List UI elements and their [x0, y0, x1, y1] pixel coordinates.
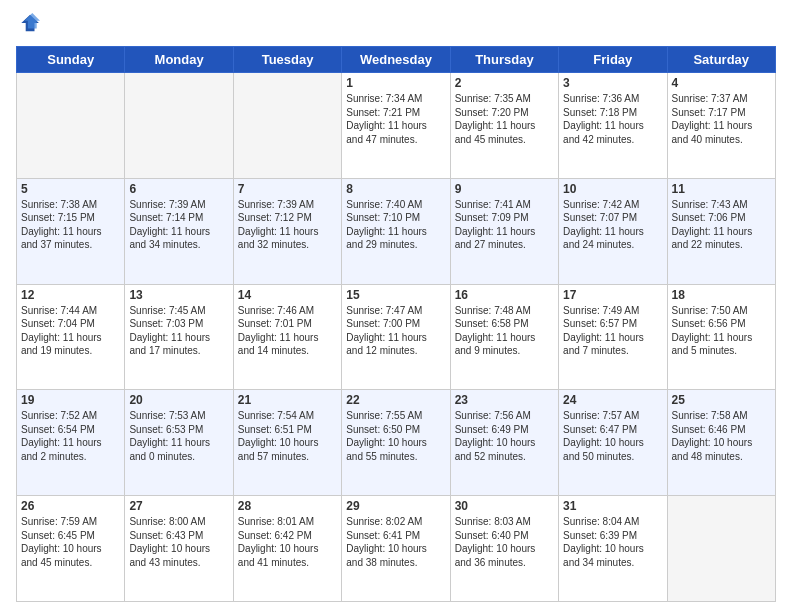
calendar-week-row: 12Sunrise: 7:44 AM Sunset: 7:04 PM Dayli…: [17, 284, 776, 390]
table-row: 1Sunrise: 7:34 AM Sunset: 7:21 PM Daylig…: [342, 73, 450, 179]
day-info: Sunrise: 7:38 AM Sunset: 7:15 PM Dayligh…: [21, 198, 120, 252]
day-number: 30: [455, 499, 554, 513]
day-number: 6: [129, 182, 228, 196]
day-info: Sunrise: 8:03 AM Sunset: 6:40 PM Dayligh…: [455, 515, 554, 569]
day-info: Sunrise: 7:56 AM Sunset: 6:49 PM Dayligh…: [455, 409, 554, 463]
header: [16, 12, 776, 38]
table-row: 20Sunrise: 7:53 AM Sunset: 6:53 PM Dayli…: [125, 390, 233, 496]
day-info: Sunrise: 7:36 AM Sunset: 7:18 PM Dayligh…: [563, 92, 662, 146]
calendar-week-row: 19Sunrise: 7:52 AM Sunset: 6:54 PM Dayli…: [17, 390, 776, 496]
day-info: Sunrise: 7:55 AM Sunset: 6:50 PM Dayligh…: [346, 409, 445, 463]
day-info: Sunrise: 7:43 AM Sunset: 7:06 PM Dayligh…: [672, 198, 771, 252]
day-info: Sunrise: 7:58 AM Sunset: 6:46 PM Dayligh…: [672, 409, 771, 463]
day-number: 25: [672, 393, 771, 407]
day-number: 28: [238, 499, 337, 513]
calendar-header-row: Sunday Monday Tuesday Wednesday Thursday…: [17, 47, 776, 73]
day-number: 12: [21, 288, 120, 302]
table-row: 31Sunrise: 8:04 AM Sunset: 6:39 PM Dayli…: [559, 496, 667, 602]
col-wednesday: Wednesday: [342, 47, 450, 73]
day-number: 18: [672, 288, 771, 302]
table-row: 3Sunrise: 7:36 AM Sunset: 7:18 PM Daylig…: [559, 73, 667, 179]
table-row: [233, 73, 341, 179]
col-monday: Monday: [125, 47, 233, 73]
day-number: 16: [455, 288, 554, 302]
day-info: Sunrise: 7:50 AM Sunset: 6:56 PM Dayligh…: [672, 304, 771, 358]
table-row: 11Sunrise: 7:43 AM Sunset: 7:06 PM Dayli…: [667, 178, 775, 284]
day-info: Sunrise: 7:48 AM Sunset: 6:58 PM Dayligh…: [455, 304, 554, 358]
day-info: Sunrise: 7:49 AM Sunset: 6:57 PM Dayligh…: [563, 304, 662, 358]
day-info: Sunrise: 7:54 AM Sunset: 6:51 PM Dayligh…: [238, 409, 337, 463]
day-number: 15: [346, 288, 445, 302]
calendar-table: Sunday Monday Tuesday Wednesday Thursday…: [16, 46, 776, 602]
day-info: Sunrise: 7:45 AM Sunset: 7:03 PM Dayligh…: [129, 304, 228, 358]
day-number: 27: [129, 499, 228, 513]
table-row: 6Sunrise: 7:39 AM Sunset: 7:14 PM Daylig…: [125, 178, 233, 284]
logo-icon: [18, 12, 40, 34]
day-info: Sunrise: 8:02 AM Sunset: 6:41 PM Dayligh…: [346, 515, 445, 569]
day-info: Sunrise: 7:35 AM Sunset: 7:20 PM Dayligh…: [455, 92, 554, 146]
table-row: 13Sunrise: 7:45 AM Sunset: 7:03 PM Dayli…: [125, 284, 233, 390]
day-number: 20: [129, 393, 228, 407]
day-number: 31: [563, 499, 662, 513]
day-info: Sunrise: 7:46 AM Sunset: 7:01 PM Dayligh…: [238, 304, 337, 358]
day-info: Sunrise: 7:41 AM Sunset: 7:09 PM Dayligh…: [455, 198, 554, 252]
table-row: 2Sunrise: 7:35 AM Sunset: 7:20 PM Daylig…: [450, 73, 558, 179]
table-row: 5Sunrise: 7:38 AM Sunset: 7:15 PM Daylig…: [17, 178, 125, 284]
calendar-week-row: 5Sunrise: 7:38 AM Sunset: 7:15 PM Daylig…: [17, 178, 776, 284]
table-row: 12Sunrise: 7:44 AM Sunset: 7:04 PM Dayli…: [17, 284, 125, 390]
calendar-week-row: 1Sunrise: 7:34 AM Sunset: 7:21 PM Daylig…: [17, 73, 776, 179]
col-friday: Friday: [559, 47, 667, 73]
table-row: 21Sunrise: 7:54 AM Sunset: 6:51 PM Dayli…: [233, 390, 341, 496]
table-row: 26Sunrise: 7:59 AM Sunset: 6:45 PM Dayli…: [17, 496, 125, 602]
page: Sunday Monday Tuesday Wednesday Thursday…: [0, 0, 792, 612]
day-info: Sunrise: 7:39 AM Sunset: 7:12 PM Dayligh…: [238, 198, 337, 252]
day-number: 2: [455, 76, 554, 90]
day-info: Sunrise: 8:00 AM Sunset: 6:43 PM Dayligh…: [129, 515, 228, 569]
day-info: Sunrise: 7:59 AM Sunset: 6:45 PM Dayligh…: [21, 515, 120, 569]
table-row: [17, 73, 125, 179]
col-saturday: Saturday: [667, 47, 775, 73]
table-row: 9Sunrise: 7:41 AM Sunset: 7:09 PM Daylig…: [450, 178, 558, 284]
table-row: [667, 496, 775, 602]
logo: [16, 12, 40, 38]
day-info: Sunrise: 7:39 AM Sunset: 7:14 PM Dayligh…: [129, 198, 228, 252]
table-row: 18Sunrise: 7:50 AM Sunset: 6:56 PM Dayli…: [667, 284, 775, 390]
day-info: Sunrise: 7:47 AM Sunset: 7:00 PM Dayligh…: [346, 304, 445, 358]
day-number: 24: [563, 393, 662, 407]
day-number: 22: [346, 393, 445, 407]
day-number: 23: [455, 393, 554, 407]
day-number: 29: [346, 499, 445, 513]
day-info: Sunrise: 7:34 AM Sunset: 7:21 PM Dayligh…: [346, 92, 445, 146]
table-row: 15Sunrise: 7:47 AM Sunset: 7:00 PM Dayli…: [342, 284, 450, 390]
table-row: 17Sunrise: 7:49 AM Sunset: 6:57 PM Dayli…: [559, 284, 667, 390]
day-info: Sunrise: 7:53 AM Sunset: 6:53 PM Dayligh…: [129, 409, 228, 463]
day-number: 21: [238, 393, 337, 407]
day-info: Sunrise: 7:44 AM Sunset: 7:04 PM Dayligh…: [21, 304, 120, 358]
table-row: 28Sunrise: 8:01 AM Sunset: 6:42 PM Dayli…: [233, 496, 341, 602]
table-row: [125, 73, 233, 179]
day-info: Sunrise: 7:40 AM Sunset: 7:10 PM Dayligh…: [346, 198, 445, 252]
table-row: 22Sunrise: 7:55 AM Sunset: 6:50 PM Dayli…: [342, 390, 450, 496]
day-number: 8: [346, 182, 445, 196]
day-number: 9: [455, 182, 554, 196]
table-row: 14Sunrise: 7:46 AM Sunset: 7:01 PM Dayli…: [233, 284, 341, 390]
day-number: 5: [21, 182, 120, 196]
table-row: 25Sunrise: 7:58 AM Sunset: 6:46 PM Dayli…: [667, 390, 775, 496]
col-thursday: Thursday: [450, 47, 558, 73]
day-number: 3: [563, 76, 662, 90]
day-number: 10: [563, 182, 662, 196]
day-info: Sunrise: 7:42 AM Sunset: 7:07 PM Dayligh…: [563, 198, 662, 252]
col-sunday: Sunday: [17, 47, 125, 73]
table-row: 7Sunrise: 7:39 AM Sunset: 7:12 PM Daylig…: [233, 178, 341, 284]
day-number: 17: [563, 288, 662, 302]
col-tuesday: Tuesday: [233, 47, 341, 73]
day-number: 14: [238, 288, 337, 302]
day-info: Sunrise: 7:57 AM Sunset: 6:47 PM Dayligh…: [563, 409, 662, 463]
table-row: 8Sunrise: 7:40 AM Sunset: 7:10 PM Daylig…: [342, 178, 450, 284]
table-row: 27Sunrise: 8:00 AM Sunset: 6:43 PM Dayli…: [125, 496, 233, 602]
day-info: Sunrise: 8:01 AM Sunset: 6:42 PM Dayligh…: [238, 515, 337, 569]
table-row: 19Sunrise: 7:52 AM Sunset: 6:54 PM Dayli…: [17, 390, 125, 496]
table-row: 24Sunrise: 7:57 AM Sunset: 6:47 PM Dayli…: [559, 390, 667, 496]
table-row: 30Sunrise: 8:03 AM Sunset: 6:40 PM Dayli…: [450, 496, 558, 602]
day-number: 1: [346, 76, 445, 90]
